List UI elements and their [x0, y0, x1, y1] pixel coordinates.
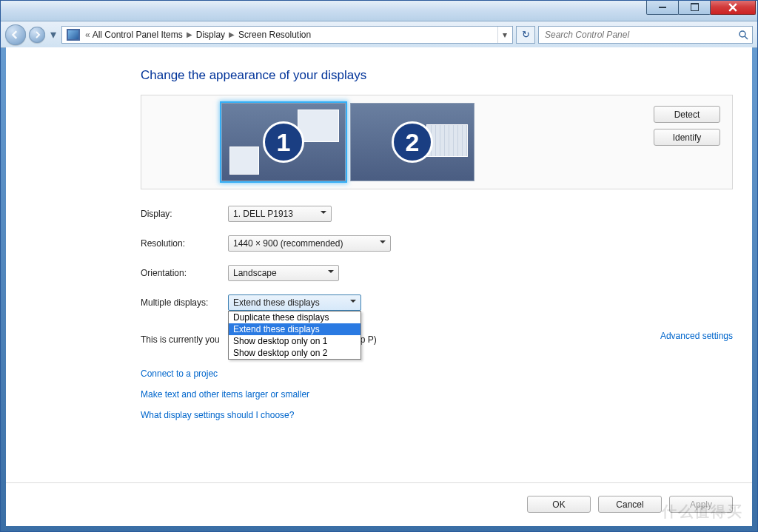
refresh-button[interactable]: ↻ [516, 26, 535, 44]
address-dropdown-button[interactable]: ▾ [497, 27, 511, 43]
svg-point-0 [739, 31, 745, 37]
nav-back-button[interactable] [5, 24, 26, 45]
chevron-right-icon[interactable]: ▶ [225, 30, 238, 38]
client-area: Change the appearance of your displays 1… [6, 47, 752, 526]
dropdown-option-only2[interactable]: Show desktop only on 2 [229, 347, 360, 359]
display-label: Display: [141, 209, 228, 219]
window-close-button[interactable] [710, 0, 756, 15]
preview-window-icon [229, 147, 259, 175]
footer-divider [6, 482, 752, 483]
search-input[interactable] [539, 30, 734, 40]
search-icon [734, 30, 752, 40]
navigation-bar: ▾ « All Control Panel Items ▶ Display ▶ … [1, 21, 757, 48]
main-display-text-prefix: This is currently you [141, 334, 220, 345]
monitor-1-preview[interactable]: 1 [221, 103, 346, 181]
arrow-right-icon [33, 31, 41, 38]
breadcrumb-level1[interactable]: All Control Panel Items [93, 30, 183, 40]
chevron-right-icon[interactable]: ▶ [183, 30, 196, 38]
resolution-label: Resolution: [141, 238, 228, 249]
resolution-combo[interactable]: 1440 × 900 (recommended) [228, 235, 391, 252]
monitor-number-badge: 1 [263, 121, 304, 163]
svg-line-1 [745, 36, 748, 39]
orientation-combo[interactable]: Landscape [228, 265, 339, 281]
chevron-down-icon [321, 211, 326, 217]
multiple-displays-value: Extend these displays [233, 297, 320, 308]
monitor-2-preview[interactable]: 2 [350, 103, 474, 181]
apply-button[interactable]: Apply [669, 496, 733, 513]
breadcrumb-level3[interactable]: Screen Resolution [238, 30, 311, 40]
advanced-settings-link[interactable]: Advanced settings [660, 331, 733, 341]
display-combo[interactable]: 1. DELL P1913 [228, 206, 332, 222]
multiple-displays-combo[interactable]: Extend these displays Duplicate these di… [228, 294, 361, 311]
dropdown-option-duplicate[interactable]: Duplicate these displays [229, 312, 360, 323]
window-maximize-button[interactable] [678, 0, 711, 15]
dropdown-option-only1[interactable]: Show desktop only on 1 [229, 335, 360, 347]
breadcrumb-back-icon[interactable]: « [83, 30, 93, 40]
address-bar[interactable]: « All Control Panel Items ▶ Display ▶ Sc… [61, 26, 513, 44]
cancel-button[interactable]: Cancel [598, 496, 662, 513]
window-titlebar [1, 1, 757, 21]
detect-button[interactable]: Detect [654, 106, 720, 123]
text-size-link[interactable]: Make text and other items larger or smal… [141, 389, 733, 400]
display-value: 1. DELL P1913 [233, 209, 293, 219]
chevron-down-icon [328, 270, 334, 276]
search-box[interactable] [538, 26, 753, 44]
ok-button[interactable]: OK [527, 496, 591, 513]
page-title: Change the appearance of your displays [141, 68, 733, 83]
dialog-footer: OK Cancel Apply [527, 496, 733, 513]
chevron-down-icon [350, 300, 356, 306]
refresh-icon: ↻ [522, 29, 530, 40]
orientation-label: Orientation: [141, 268, 228, 278]
close-icon [728, 3, 737, 12]
nav-history-dropdown[interactable]: ▾ [48, 28, 58, 41]
arrow-left-icon [11, 30, 20, 39]
display-preview-box: 1 2 Detect Identify [141, 95, 733, 189]
chevron-down-icon [380, 240, 386, 246]
nav-forward-button[interactable] [29, 27, 45, 43]
connect-projector-link[interactable]: Connect to a projec [141, 368, 733, 379]
multiple-displays-dropdown: Duplicate these displays Extend these di… [228, 311, 361, 360]
resolution-value: 1440 × 900 (recommended) [233, 238, 343, 249]
orientation-value: Landscape [233, 268, 277, 278]
dropdown-option-extend[interactable]: Extend these displays [229, 323, 360, 335]
help-link[interactable]: What display settings should I choose? [141, 410, 733, 420]
identify-button[interactable]: Identify [654, 129, 720, 146]
multiple-displays-label: Multiple displays: [141, 297, 228, 308]
monitor-number-badge: 2 [392, 121, 433, 163]
control-panel-icon [67, 29, 80, 41]
breadcrumb-level2[interactable]: Display [196, 30, 225, 40]
window-minimize-button[interactable] [646, 0, 679, 15]
